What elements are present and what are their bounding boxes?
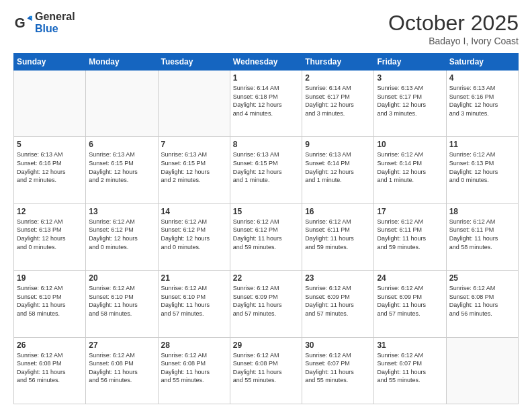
calendar-cell: 26Sunrise: 6:12 AM Sunset: 6:08 PM Dayli… bbox=[14, 337, 86, 404]
weekday-header-row: SundayMondayTuesdayWednesdayThursdayFrid… bbox=[14, 54, 519, 71]
day-number: 1 bbox=[233, 73, 299, 83]
day-number: 3 bbox=[377, 73, 443, 83]
day-info: Sunrise: 6:13 AM Sunset: 6:15 PM Dayligh… bbox=[161, 150, 227, 184]
day-number: 31 bbox=[377, 340, 443, 350]
day-number: 16 bbox=[305, 207, 371, 216]
day-info: Sunrise: 6:12 AM Sunset: 6:10 PM Dayligh… bbox=[89, 284, 154, 318]
day-info: Sunrise: 6:12 AM Sunset: 6:12 PM Dayligh… bbox=[161, 218, 227, 251]
calendar-cell: 15Sunrise: 6:12 AM Sunset: 6:12 PM Dayli… bbox=[230, 203, 302, 270]
calendar-cell bbox=[86, 71, 158, 137]
calendar-cell: 2Sunrise: 6:14 AM Sunset: 6:17 PM Daylig… bbox=[302, 71, 374, 137]
day-info: Sunrise: 6:12 AM Sunset: 6:12 PM Dayligh… bbox=[233, 218, 299, 251]
day-info: Sunrise: 6:12 AM Sunset: 6:07 PM Dayligh… bbox=[305, 351, 371, 385]
day-info: Sunrise: 6:13 AM Sunset: 6:14 PM Dayligh… bbox=[305, 150, 371, 184]
calendar-cell: 13Sunrise: 6:12 AM Sunset: 6:12 PM Dayli… bbox=[86, 203, 158, 270]
weekday-header-monday: Monday bbox=[86, 54, 158, 71]
calendar-cell: 20Sunrise: 6:12 AM Sunset: 6:10 PM Dayli… bbox=[86, 271, 158, 337]
logo-icon: G bbox=[13, 13, 32, 32]
day-info: Sunrise: 6:12 AM Sunset: 6:09 PM Dayligh… bbox=[377, 284, 443, 318]
calendar-cell: 3Sunrise: 6:13 AM Sunset: 6:17 PM Daylig… bbox=[374, 71, 446, 137]
header: G General Blue October 2025 Badayo I, Iv… bbox=[13, 11, 519, 46]
day-info: Sunrise: 6:12 AM Sunset: 6:08 PM Dayligh… bbox=[449, 284, 515, 318]
day-number: 23 bbox=[305, 273, 371, 283]
calendar-week-5: 26Sunrise: 6:12 AM Sunset: 6:08 PM Dayli… bbox=[14, 337, 519, 404]
calendar-cell bbox=[14, 71, 86, 137]
day-number: 15 bbox=[233, 207, 299, 216]
day-number: 11 bbox=[449, 140, 515, 149]
calendar-cell: 10Sunrise: 6:12 AM Sunset: 6:14 PM Dayli… bbox=[374, 137, 446, 203]
calendar-week-2: 5Sunrise: 6:13 AM Sunset: 6:16 PM Daylig… bbox=[14, 137, 519, 203]
calendar-cell: 30Sunrise: 6:12 AM Sunset: 6:07 PM Dayli… bbox=[302, 337, 374, 404]
weekday-header-saturday: Saturday bbox=[446, 54, 518, 71]
calendar-cell: 24Sunrise: 6:12 AM Sunset: 6:09 PM Dayli… bbox=[374, 271, 446, 337]
svg-text:G: G bbox=[15, 14, 26, 30]
calendar-cell: 29Sunrise: 6:12 AM Sunset: 6:08 PM Dayli… bbox=[230, 337, 302, 404]
calendar-cell: 22Sunrise: 6:12 AM Sunset: 6:09 PM Dayli… bbox=[230, 271, 302, 337]
day-info: Sunrise: 6:12 AM Sunset: 6:11 PM Dayligh… bbox=[377, 218, 443, 251]
day-number: 19 bbox=[17, 273, 83, 283]
calendar-cell: 8Sunrise: 6:13 AM Sunset: 6:15 PM Daylig… bbox=[230, 137, 302, 203]
calendar-cell: 4Sunrise: 6:13 AM Sunset: 6:16 PM Daylig… bbox=[446, 71, 518, 137]
day-info: Sunrise: 6:12 AM Sunset: 6:08 PM Dayligh… bbox=[17, 351, 83, 385]
day-info: Sunrise: 6:12 AM Sunset: 6:14 PM Dayligh… bbox=[377, 150, 443, 184]
day-info: Sunrise: 6:12 AM Sunset: 6:12 PM Dayligh… bbox=[89, 218, 154, 251]
calendar-cell: 9Sunrise: 6:13 AM Sunset: 6:14 PM Daylig… bbox=[302, 137, 374, 203]
day-number: 7 bbox=[161, 140, 227, 149]
logo: G General Blue bbox=[13, 11, 75, 34]
day-info: Sunrise: 6:13 AM Sunset: 6:16 PM Dayligh… bbox=[449, 84, 515, 118]
calendar-table: SundayMondayTuesdayWednesdayThursdayFrid… bbox=[13, 53, 519, 404]
title-area: October 2025 Badayo I, Ivory Coast bbox=[388, 11, 519, 46]
calendar-cell: 16Sunrise: 6:12 AM Sunset: 6:11 PM Dayli… bbox=[302, 203, 374, 270]
day-info: Sunrise: 6:12 AM Sunset: 6:08 PM Dayligh… bbox=[89, 351, 154, 385]
day-number: 9 bbox=[305, 140, 371, 149]
day-number: 22 bbox=[233, 273, 299, 283]
day-info: Sunrise: 6:12 AM Sunset: 6:11 PM Dayligh… bbox=[449, 218, 515, 251]
calendar-cell: 25Sunrise: 6:12 AM Sunset: 6:08 PM Dayli… bbox=[446, 271, 518, 337]
day-number: 12 bbox=[17, 207, 83, 216]
day-number: 8 bbox=[233, 140, 299, 149]
day-info: Sunrise: 6:14 AM Sunset: 6:17 PM Dayligh… bbox=[305, 84, 371, 118]
day-info: Sunrise: 6:13 AM Sunset: 6:16 PM Dayligh… bbox=[17, 150, 83, 184]
day-number: 21 bbox=[161, 273, 227, 283]
day-number: 24 bbox=[377, 273, 443, 283]
day-info: Sunrise: 6:12 AM Sunset: 6:10 PM Dayligh… bbox=[17, 284, 83, 318]
day-number: 20 bbox=[89, 273, 154, 283]
calendar-cell: 19Sunrise: 6:12 AM Sunset: 6:10 PM Dayli… bbox=[14, 271, 86, 337]
day-number: 18 bbox=[449, 207, 515, 216]
calendar-cell bbox=[446, 337, 518, 404]
calendar-week-3: 12Sunrise: 6:12 AM Sunset: 6:13 PM Dayli… bbox=[14, 203, 519, 270]
calendar-cell: 14Sunrise: 6:12 AM Sunset: 6:12 PM Dayli… bbox=[158, 203, 230, 270]
weekday-header-thursday: Thursday bbox=[302, 54, 374, 71]
page: G General Blue October 2025 Badayo I, Iv… bbox=[0, 0, 532, 411]
day-number: 10 bbox=[377, 140, 443, 149]
day-info: Sunrise: 6:12 AM Sunset: 6:07 PM Dayligh… bbox=[377, 351, 443, 385]
calendar-cell: 31Sunrise: 6:12 AM Sunset: 6:07 PM Dayli… bbox=[374, 337, 446, 404]
weekday-header-tuesday: Tuesday bbox=[158, 54, 230, 71]
day-number: 17 bbox=[377, 207, 443, 216]
day-number: 26 bbox=[17, 340, 83, 350]
day-info: Sunrise: 6:12 AM Sunset: 6:13 PM Dayligh… bbox=[17, 218, 83, 251]
day-info: Sunrise: 6:13 AM Sunset: 6:17 PM Dayligh… bbox=[377, 84, 443, 118]
day-info: Sunrise: 6:12 AM Sunset: 6:11 PM Dayligh… bbox=[305, 218, 371, 251]
weekday-header-sunday: Sunday bbox=[14, 54, 86, 71]
calendar-cell bbox=[158, 71, 230, 137]
location: Badayo I, Ivory Coast bbox=[388, 36, 519, 46]
day-number: 5 bbox=[17, 140, 83, 149]
calendar-cell: 6Sunrise: 6:13 AM Sunset: 6:15 PM Daylig… bbox=[86, 137, 158, 203]
day-number: 6 bbox=[89, 140, 154, 149]
day-info: Sunrise: 6:12 AM Sunset: 6:10 PM Dayligh… bbox=[161, 284, 227, 318]
calendar-week-4: 19Sunrise: 6:12 AM Sunset: 6:10 PM Dayli… bbox=[14, 271, 519, 337]
calendar-cell: 5Sunrise: 6:13 AM Sunset: 6:16 PM Daylig… bbox=[14, 137, 86, 203]
day-number: 14 bbox=[161, 207, 227, 216]
day-info: Sunrise: 6:12 AM Sunset: 6:09 PM Dayligh… bbox=[233, 284, 299, 318]
day-info: Sunrise: 6:12 AM Sunset: 6:09 PM Dayligh… bbox=[305, 284, 371, 318]
calendar-cell: 27Sunrise: 6:12 AM Sunset: 6:08 PM Dayli… bbox=[86, 337, 158, 404]
day-info: Sunrise: 6:12 AM Sunset: 6:08 PM Dayligh… bbox=[161, 351, 227, 385]
day-number: 29 bbox=[233, 340, 299, 350]
calendar-cell: 11Sunrise: 6:12 AM Sunset: 6:13 PM Dayli… bbox=[446, 137, 518, 203]
day-number: 2 bbox=[305, 73, 371, 83]
calendar-cell: 21Sunrise: 6:12 AM Sunset: 6:10 PM Dayli… bbox=[158, 271, 230, 337]
day-number: 4 bbox=[449, 73, 515, 83]
calendar-week-1: 1Sunrise: 6:14 AM Sunset: 6:18 PM Daylig… bbox=[14, 71, 519, 137]
day-info: Sunrise: 6:13 AM Sunset: 6:15 PM Dayligh… bbox=[89, 150, 154, 184]
